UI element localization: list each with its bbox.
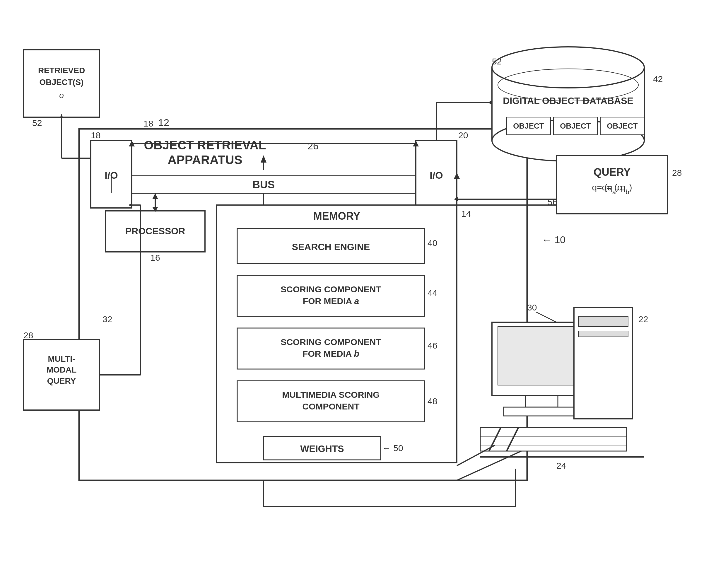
db-label-42: 42 <box>653 74 663 84</box>
io-right-num: 20 <box>458 130 468 140</box>
processor-num: 16 <box>150 253 160 262</box>
mmq-line2: MODAL <box>47 365 77 374</box>
svg-rect-56 <box>578 316 628 327</box>
scoring-b-line2: FOR MEDIA b <box>303 349 359 359</box>
mmq-line1: MULTI- <box>48 354 75 363</box>
mmq-num: 28 <box>23 330 33 340</box>
svg-rect-54 <box>504 407 580 416</box>
weights-num: ← 50 <box>382 443 403 453</box>
mmq-line3: QUERY <box>47 376 76 385</box>
memory-label: MEMORY <box>313 210 360 222</box>
computer-num-30: 30 <box>527 303 537 312</box>
scoring-a-line2: FOR MEDIA a <box>303 296 359 306</box>
search-engine-num: 40 <box>428 238 437 248</box>
weights-label: WEIGHTS <box>300 443 344 454</box>
svg-rect-53 <box>526 395 558 407</box>
query-title: QUERY <box>594 166 631 178</box>
query-num-28: 28 <box>672 168 682 177</box>
computer-num-22: 22 <box>638 314 648 324</box>
retrieved-line2: OBJECT(S) <box>40 78 84 87</box>
apparatus-num: 26 <box>307 140 319 151</box>
db-num: 52 <box>492 57 502 66</box>
db-title: DIGITAL OBJECT DATABASE <box>503 95 633 106</box>
apparatus-title: OBJECT RETRIEVAL <box>144 138 266 152</box>
main-box-num: 12 <box>158 117 169 128</box>
apparatus-title2: APPARATUS <box>168 153 242 167</box>
num-18: 18 <box>143 119 153 128</box>
db-obj2: OBJECT <box>560 122 591 130</box>
label-32: 32 <box>102 314 112 324</box>
io-right: I/O <box>430 170 443 181</box>
scoring-b-line1: SCORING COMPONENT <box>281 337 381 347</box>
query-num-56: 56 <box>548 197 557 207</box>
svg-rect-23 <box>237 381 425 422</box>
io-left-num: 18 <box>91 130 100 140</box>
db-obj1: OBJECT <box>513 122 544 130</box>
multimedia-line2: COMPONENT <box>303 402 360 411</box>
svg-rect-59 <box>480 428 627 451</box>
multimedia-num: 48 <box>428 396 437 406</box>
processor-label: PROCESSOR <box>125 226 185 236</box>
svg-rect-52 <box>498 327 574 385</box>
svg-rect-21 <box>237 275 425 316</box>
svg-rect-22 <box>237 328 425 369</box>
computer-num-24: 24 <box>556 461 566 470</box>
system-num: ← 10 <box>542 234 565 245</box>
svg-rect-57 <box>578 331 628 337</box>
retrieved-line1: RETRIEVED <box>38 66 85 75</box>
search-engine-label: SEARCH ENGINE <box>292 242 370 252</box>
svg-rect-46 <box>23 340 100 410</box>
scoring-b-num: 46 <box>428 341 437 350</box>
diagram: OBJECT RETRIEVAL APPARATUS 26 12 ← 10 BU… <box>0 0 728 565</box>
retrieved-num: 52 <box>32 118 42 128</box>
bus-label: BUS <box>252 179 275 191</box>
scoring-a-num: 44 <box>428 288 437 298</box>
db-obj3: OBJECT <box>607 122 638 130</box>
svg-point-26 <box>492 47 644 88</box>
multimedia-line1: MULTIMEDIA SCORING <box>282 390 380 400</box>
memory-num: 14 <box>461 209 471 219</box>
retrieved-line3: o <box>59 91 64 100</box>
scoring-a-line1: SCORING COMPONENT <box>281 284 381 294</box>
